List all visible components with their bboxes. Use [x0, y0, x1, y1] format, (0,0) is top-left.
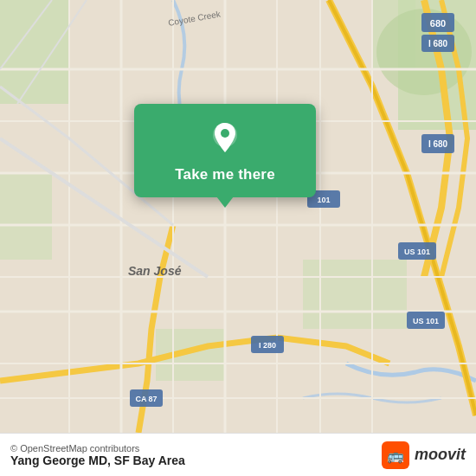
- svg-rect-1: [0, 0, 69, 104]
- svg-point-43: [221, 129, 229, 138]
- bottom-bar: © OpenStreetMap contributors Yang George…: [0, 433, 476, 476]
- map-container[interactable]: 680 I 680 I 680 101 US 101 US 101 I 280 …: [0, 0, 476, 433]
- popup-card: Take me there: [134, 104, 316, 197]
- location-pin-icon: [206, 119, 244, 158]
- svg-text:US 101: US 101: [413, 317, 439, 325]
- take-me-there-button[interactable]: Take me there: [175, 166, 275, 183]
- svg-rect-5: [303, 260, 407, 329]
- moovit-brand-text: moovit: [415, 446, 466, 464]
- svg-text:US 101: US 101: [404, 248, 430, 256]
- place-name-text: Yang George MD, SF Bay Area: [10, 453, 185, 467]
- svg-text:I 680: I 680: [428, 39, 448, 48]
- svg-text:CA 87: CA 87: [135, 395, 157, 403]
- moovit-bus-icon: 🚌: [382, 441, 409, 469]
- map-background: 680 I 680 I 680 101 US 101 US 101 I 280 …: [0, 0, 476, 433]
- svg-text:I 280: I 280: [259, 341, 276, 350]
- moovit-logo: 🚌 moovit: [382, 441, 466, 469]
- attribution-text: © OpenStreetMap contributors: [10, 443, 185, 453]
- bottom-left-info: © OpenStreetMap contributors Yang George…: [10, 443, 185, 467]
- svg-text:101: 101: [317, 196, 330, 204]
- svg-text:🚌: 🚌: [387, 447, 404, 464]
- svg-text:680: 680: [430, 18, 446, 29]
- svg-rect-6: [0, 173, 52, 260]
- svg-text:San José: San José: [128, 264, 182, 278]
- svg-text:I 680: I 680: [428, 139, 448, 149]
